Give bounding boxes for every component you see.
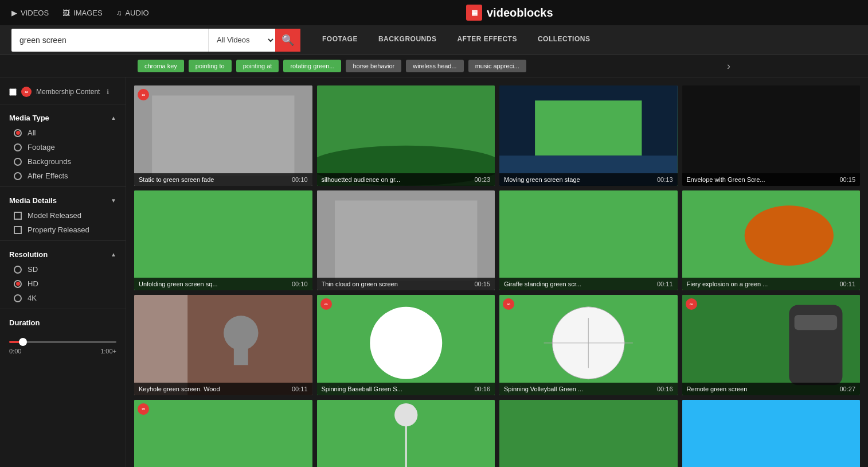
membership-badge: ∞ (138, 403, 149, 415)
resolution-header[interactable]: Resolution ▲ (0, 244, 126, 262)
sidebar-item-model-released[interactable]: Model Released (0, 208, 126, 223)
radio-footage (14, 143, 22, 151)
duration-header[interactable]: Duration (0, 313, 126, 330)
search-input[interactable] (11, 29, 208, 52)
nav-link-collections[interactable]: COLLECTIONS (527, 25, 601, 55)
video-thumb (682, 190, 861, 291)
media-details-arrow: ▼ (111, 197, 116, 204)
4k-label: 4K (28, 294, 37, 302)
hd-label: HD (28, 279, 38, 288)
sidebar-item-sd[interactable]: SD (0, 262, 126, 277)
sidebar-item-hd[interactable]: HD (0, 277, 126, 291)
membership-checkbox[interactable] (9, 88, 17, 96)
sidebar-item-4k[interactable]: 4K (0, 291, 126, 305)
tag-horse-behavior[interactable]: horse behavior (346, 60, 401, 72)
sidebar: ∞ Media Type Membership Content ℹ Media … (0, 77, 126, 467)
video-info: silhouetted audience on gr... 00:23 (317, 173, 495, 186)
video-card-1[interactable]: ∞ Static to green screen fade 00:10 (134, 85, 312, 186)
media-type-arrow: ▲ (111, 115, 116, 121)
video-card-5[interactable]: Unfolding green screen sq... 00:10 (134, 190, 312, 291)
video-thumb (317, 85, 495, 186)
svg-rect-13 (499, 190, 678, 291)
duration-range: 0:00 1:00+ (0, 330, 126, 359)
video-info: Thin cloud on green screen 00:15 (317, 278, 495, 290)
sidebar-item-property-released[interactable]: Property Released (0, 223, 126, 237)
tag-chroma-key[interactable]: chroma key (138, 60, 184, 72)
logo-icon: ▦ (466, 5, 482, 21)
search-input-wrap: All Videos Footage Backgrounds After Eff… (11, 29, 275, 52)
video-duration: 00:16 (657, 386, 673, 392)
sd-label: SD (28, 265, 38, 274)
duration-min: 0:00 (9, 348, 21, 355)
svg-rect-12 (335, 200, 477, 281)
search-button[interactable]: 🔍 (275, 29, 300, 52)
video-info: Moving green screen stage 00:13 (499, 173, 678, 186)
video-title: Static to green screen fade (139, 176, 287, 183)
sidebar-item-after-effects[interactable]: After Effects (0, 169, 126, 183)
video-title: Spinning Volleyball Green ... (504, 386, 652, 392)
tag-pointing-to[interactable]: pointing to (189, 60, 232, 72)
video-card-13[interactable]: ∞ Falling Bullets Green Screen 00:16 (134, 400, 312, 467)
nav-images-label: IMAGES (73, 9, 103, 17)
video-card-16[interactable]: ginger kitten on green scre... 00:08 (682, 400, 861, 467)
duration-title: Duration (9, 318, 40, 327)
video-card-6[interactable]: Thin cloud on green screen 00:15 (317, 190, 495, 291)
video-title: Keyhole green screen. Wood (139, 386, 287, 392)
video-title: Unfolding green screen sq... (139, 281, 287, 287)
resolution-title: Resolution (9, 250, 48, 259)
video-duration: 00:11 (839, 281, 855, 287)
nav-link-footage[interactable]: FOOTAGE (312, 25, 368, 55)
radio-backgrounds (14, 158, 22, 166)
svg-rect-10 (134, 190, 312, 291)
video-thumb (499, 85, 678, 186)
video-card-7[interactable]: Giraffe standing green scr... 00:11 (499, 190, 678, 291)
radio-sd (14, 266, 22, 274)
video-title: Fiery explosion on a green ... (687, 281, 835, 287)
checkbox-property-released (14, 226, 22, 234)
video-info: Keyhole green screen. Wood 00:11 (134, 383, 312, 395)
video-thumb (682, 400, 861, 467)
nav-images[interactable]: 🖼 IMAGES (62, 9, 103, 17)
tag-music-appreci[interactable]: music appreci... (468, 60, 526, 72)
nav-videos[interactable]: ▶ VIDEOS (11, 9, 49, 17)
membership-info-icon[interactable]: ℹ (107, 88, 109, 96)
sidebar-item-backgrounds[interactable]: Backgrounds (0, 154, 126, 169)
video-card-2[interactable]: silhouetted audience on gr... 00:23 (317, 85, 495, 186)
tag-wireless-head[interactable]: wireless head... (406, 60, 463, 72)
nav-link-backgrounds[interactable]: BACKGROUNDS (368, 25, 447, 55)
radio-all (14, 129, 22, 137)
membership-badge: ∞ (320, 298, 332, 310)
video-duration: 00:27 (839, 386, 855, 392)
video-duration: 00:16 (474, 386, 490, 392)
video-card-10[interactable]: ∞ Spinning Baseball Green S... 00:16 (317, 295, 495, 395)
video-card-14[interactable]: Skeleton creeping green s... 00:12 (317, 400, 495, 467)
media-details-header[interactable]: Media Details ▼ (0, 190, 126, 208)
media-details-title: Media Details (9, 196, 57, 205)
video-card-9[interactable]: Keyhole green screen. Wood 00:11 (134, 295, 312, 395)
duration-slider[interactable] (9, 341, 116, 343)
video-title: Spinning Baseball Green S... (322, 386, 470, 392)
search-type-dropdown[interactable]: All Videos Footage Backgrounds After Eff… (208, 29, 275, 52)
video-thumb (682, 85, 861, 186)
video-card-8[interactable]: Fiery explosion on a green ... 00:11 (682, 190, 861, 291)
sidebar-item-footage[interactable]: Footage (0, 140, 126, 154)
sidebar-item-all[interactable]: All (0, 126, 126, 140)
tags-chevron-right[interactable]: › (727, 60, 730, 72)
tag-pointing-at[interactable]: pointing at (236, 60, 279, 72)
main-layout: ∞ Media Type Membership Content ℹ Media … (0, 77, 868, 467)
video-card-3[interactable]: Moving green screen stage 00:13 (499, 85, 678, 186)
video-card-12[interactable]: ∞ Remote green screen 00:27 (682, 295, 861, 395)
video-card-15[interactable]: Lion footage, green screen. 00:29 (499, 400, 678, 467)
radio-hd (14, 280, 22, 288)
video-card-4[interactable]: Envelope with Green Scre... 00:15 (682, 85, 861, 186)
nav-audio[interactable]: ♫ AUDIO (116, 9, 149, 17)
nav-link-after-effects[interactable]: AFTER EFFECTS (447, 25, 527, 55)
video-info: Static to green screen fade 00:10 (134, 173, 312, 186)
media-type-header[interactable]: Media Type ▲ (0, 108, 126, 126)
video-title: silhouetted audience on gr... (322, 176, 470, 183)
tag-rotating-green[interactable]: rotating green... (283, 60, 341, 72)
video-card-11[interactable]: ∞ Spinning Volleyball Green ... 00:16 (499, 295, 678, 395)
video-thumb: ∞ (682, 295, 861, 395)
tags-row: chroma key pointing to pointing at rotat… (0, 55, 868, 77)
video-info: Fiery explosion on a green ... 00:11 (682, 278, 861, 290)
